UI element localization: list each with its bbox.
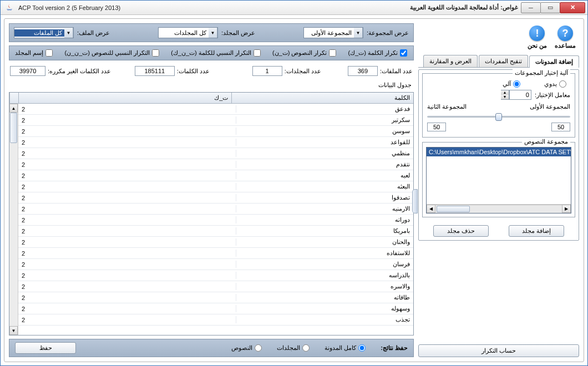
table-row[interactable]: والاسره2	[18, 281, 413, 292]
save-button[interactable]: حفظ	[15, 342, 76, 354]
table-row[interactable]: للاستفاده2	[18, 248, 413, 259]
cell-tk: 2	[18, 184, 236, 190]
help-button[interactable]: ? مساعده	[555, 26, 576, 49]
table-row[interactable]: فرسان2	[18, 259, 413, 270]
table-row[interactable]: والحنان2	[18, 237, 413, 248]
table-row[interactable]: منظمي2	[18, 148, 413, 159]
cell-tk: 2	[18, 294, 236, 301]
col-header-tk[interactable]: ت_ك	[18, 93, 231, 103]
maximize-button[interactable]: ▭	[540, 2, 560, 13]
table-row[interactable]: وسهوله2	[18, 303, 413, 314]
table-row[interactable]: سكرتير2	[18, 115, 413, 126]
label-unique-count: عدد الكلمات الغير مكرره:	[48, 68, 111, 75]
combo-file[interactable]: ▼كل الملفات	[14, 27, 74, 38]
add-folder-button[interactable]: إضافة مجلد	[509, 225, 564, 237]
table-row[interactable]: طاقاته2	[18, 292, 413, 303]
check-folder-name[interactable]: إسم المجلد	[14, 49, 54, 57]
horizontal-scrollbar[interactable]: ◀ ▶	[427, 204, 571, 213]
folder-list[interactable]: C:\Users\mmkhan\Desktop\Dropbox\ATC DATA…	[426, 147, 571, 214]
scroll-right-icon[interactable]: ▶	[562, 205, 571, 213]
delete-folder-button[interactable]: حذف مجلد	[433, 225, 489, 237]
scroll-down-icon[interactable]: ▼	[9, 326, 18, 335]
tab-refine-vocab[interactable]: تنقيح المفردات	[479, 55, 528, 67]
slider-track[interactable]	[427, 112, 570, 121]
cell-word: سوسن	[236, 128, 413, 135]
text-group-box: مجموعة النصوص C:\Users\mmkhan\Desktop\Dr…	[422, 142, 575, 217]
label-group1: المجموعة الأولى	[530, 103, 570, 110]
radio-manual[interactable]: يدوي	[544, 80, 568, 88]
vertical-scrollbar[interactable]: ▲ ▼	[9, 104, 18, 335]
value-group2: 50	[427, 123, 446, 131]
scroll-up-icon[interactable]: ▲	[9, 104, 18, 113]
compute-freq-button[interactable]: حساب التكرار	[418, 344, 579, 357]
hscroll-thumb[interactable]	[437, 206, 470, 212]
cell-word: نتقدم	[236, 161, 413, 168]
label-group2: المجموعة الثانية	[427, 103, 467, 110]
cell-tk: 2	[18, 239, 236, 246]
chevron-down-icon: ▼	[209, 28, 217, 38]
table-row[interactable]: دوراته2	[18, 215, 413, 226]
cell-tk: 2	[18, 150, 236, 157]
label-word-count: عدد الكلمات:	[177, 68, 210, 75]
combo-group[interactable]: ▼المجموعة الأولى	[303, 27, 363, 38]
cell-word: دوراته	[236, 216, 413, 223]
spin-down-icon[interactable]: ▼	[501, 95, 509, 99]
table-row[interactable]: فدعق2	[18, 104, 413, 115]
check-rel-text-freq[interactable]: التكرار النسبي للنصوص (ت_ن_ن)	[64, 49, 161, 57]
label-view-file: عرض الملف:	[77, 29, 110, 37]
cell-word: بامريكا	[236, 227, 413, 235]
check-text-freq[interactable]: تكرار النصوص (ت_ن)	[272, 49, 338, 57]
check-rel-word-freq[interactable]: التكرار النسبي للكلمة (ت_ن_ك)	[171, 49, 262, 57]
tab-compare-view[interactable]: العرض و المقارنة	[423, 55, 478, 67]
info-icon: !	[529, 26, 545, 41]
radio-save-full[interactable]: كامل المدونة	[325, 344, 367, 352]
table-row[interactable]: نتقدم2	[18, 159, 413, 170]
check-word-freq[interactable]: تكرار الكلمة (ت_ك)	[348, 49, 409, 57]
combo-folder[interactable]: ▼كل المجلدات	[158, 27, 218, 38]
cell-tk: 2	[18, 161, 236, 168]
java-icon	[5, 3, 14, 12]
value-unique-count: 39970	[10, 66, 45, 76]
radio-save-folders[interactable]: المجلدات	[277, 344, 311, 352]
cell-tk: 2	[18, 139, 236, 146]
label-view-group: عرض المجموعة:	[367, 29, 409, 37]
radio-auto[interactable]: آلي	[503, 80, 522, 88]
combo-group-value: المجموعة الأولى	[304, 29, 354, 37]
table-row[interactable]: بالدراسه2	[18, 270, 413, 281]
table-row[interactable]: بامريكا2	[18, 226, 413, 237]
table-row[interactable]: لعبه2	[18, 170, 413, 181]
table-row[interactable]: الارمنيه2	[18, 204, 413, 215]
cell-tk: 2	[18, 272, 236, 279]
value-group1: 50	[551, 123, 570, 131]
table-row[interactable]: البعثه2	[18, 181, 413, 192]
close-button[interactable]: ✕	[560, 2, 585, 13]
slider-thumb[interactable]	[495, 113, 502, 121]
col-header-word[interactable]: الكلمة	[231, 93, 413, 103]
cell-word: منظمي	[236, 150, 413, 157]
cell-word: تصدقوا	[236, 194, 413, 201]
cell-tk: 2	[18, 206, 236, 212]
minimize-button[interactable]: ─	[521, 2, 541, 13]
cell-tk: 2	[18, 317, 236, 323]
cell-tk: 2	[18, 172, 236, 179]
table-row[interactable]: سوسن2	[18, 126, 413, 137]
scroll-thumb[interactable]	[10, 113, 17, 143]
value-word-count: 185111	[135, 66, 175, 76]
value-folder-count: 1	[252, 66, 282, 76]
group-mode-title: آلية إختيار المجموعات	[513, 69, 570, 77]
tab-add-corpora[interactable]: إضافة المدونات	[529, 55, 579, 68]
cell-word: طاقاته	[236, 294, 413, 301]
spin-up-icon[interactable]: ▲	[501, 90, 509, 95]
factor-spinner[interactable]: ▲▼	[501, 90, 531, 100]
radio-save-texts[interactable]: النصوص	[231, 344, 263, 352]
table-row[interactable]: للقواعد2	[18, 137, 413, 148]
chevron-down-icon: ▼	[64, 28, 73, 38]
factor-input[interactable]	[509, 90, 531, 100]
splitter-handle[interactable]	[412, 189, 418, 214]
table-row[interactable]: تجذب2	[18, 314, 413, 326]
table-row[interactable]: تصدقوا2	[18, 192, 413, 204]
cell-tk: 2	[18, 283, 236, 290]
list-item[interactable]: C:\Users\mmkhan\Desktop\Dropbox\ATC DATA…	[427, 148, 571, 156]
about-button[interactable]: ! من نحن	[528, 26, 547, 49]
scroll-left-icon[interactable]: ◀	[427, 205, 435, 213]
